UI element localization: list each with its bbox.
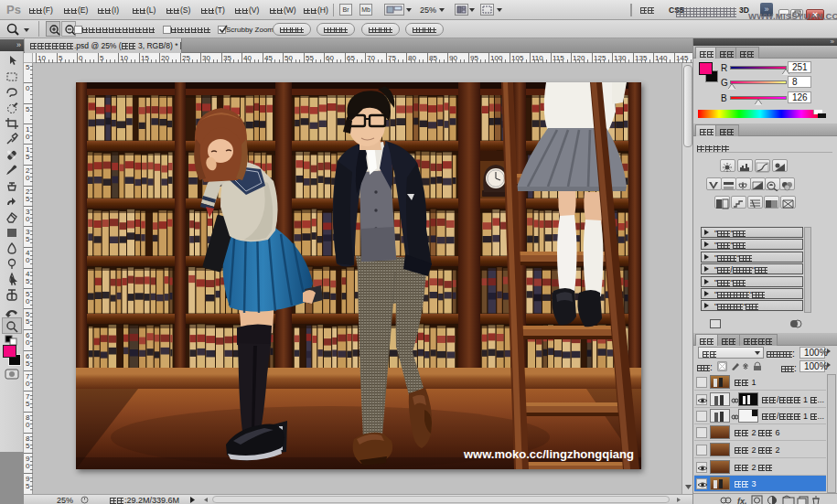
svg-text:www.moko.cc/lingzhongqiang: www.moko.cc/lingzhongqiang (463, 447, 634, 461)
svg-text:fx.: fx. (737, 497, 747, 504)
